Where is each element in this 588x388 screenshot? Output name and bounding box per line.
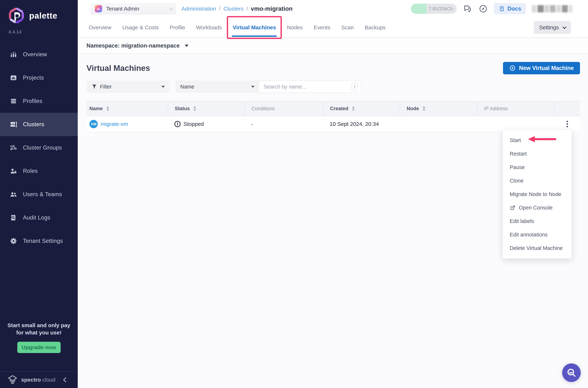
sidebar-item-clusters[interactable]: Clusters [0, 113, 78, 136]
column-label: Node [407, 106, 419, 112]
plus-circle-icon [509, 65, 516, 72]
namespace-bar: Namespace: migration-namespace [78, 38, 588, 54]
column-header-conditions: Conditions [245, 101, 323, 116]
book-icon [499, 6, 505, 12]
explore-compass-icon[interactable] [478, 4, 488, 14]
breadcrumb-separator: / [246, 6, 248, 12]
collapse-sidebar-icon[interactable] [63, 377, 68, 382]
status-text: Stopped [183, 121, 204, 127]
sort-icon[interactable] [193, 106, 197, 111]
tenant-settings-icon [9, 237, 18, 245]
menu-item-edit-labels[interactable]: Edit labels [503, 214, 572, 228]
page-title: Virtual Machines [87, 64, 150, 73]
feedback-chat-icon[interactable] [463, 4, 472, 14]
filter-dropdown[interactable]: Filter [87, 80, 169, 93]
sidebar-item-tenant-settings[interactable]: Tenant Settings [0, 229, 78, 253]
menu-item-pause[interactable]: Pause [503, 161, 572, 174]
clusters-icon [9, 121, 18, 128]
column-label: Status [175, 106, 190, 112]
audit-logs-icon [9, 214, 18, 222]
sidebar-item-label: Tenant Settings [23, 238, 63, 244]
tab-virtual-machines[interactable]: Virtual Machines [233, 24, 276, 31]
namespace-selector[interactable]: Namespace: migration-namespace [87, 43, 180, 49]
sidebar: palette 4.4.14 Overview Projects [0, 0, 78, 388]
profiles-icon [9, 97, 18, 105]
menu-item-open-console[interactable]: Open Console [503, 201, 572, 214]
chevron-down-icon [169, 6, 173, 10]
overview-icon [9, 50, 18, 58]
tab-nodes[interactable]: Nodes [287, 24, 303, 31]
column-header-name[interactable]: Name [87, 101, 168, 116]
sidebar-item-profiles[interactable]: Profiles [0, 89, 78, 113]
sidebar-item-cluster-groups[interactable]: Cluster Groups [0, 136, 78, 159]
main-area: Tenant Admin Administration / Clusters /… [78, 0, 588, 388]
cluster-groups-icon [9, 144, 18, 152]
menu-item-edit-annotations[interactable]: Edit annotations [503, 228, 572, 241]
menu-item-delete-virtual-machine[interactable]: Delete Virtual Machine [503, 241, 572, 255]
tenant-scope-selector[interactable]: Tenant Admin [90, 3, 176, 15]
docs-label: Docs [507, 5, 521, 12]
help-search-button[interactable] [562, 364, 581, 382]
sidebar-nav: Overview Projects Profiles [0, 43, 78, 253]
column-label: IP Address [484, 106, 508, 112]
conditions-value: - [245, 121, 323, 127]
breadcrumb-current: vmo-migration [251, 5, 293, 12]
menu-item-restart[interactable]: Restart [503, 147, 572, 161]
menu-item-migrate-node-to-node[interactable]: Migrate Node to Node [503, 187, 572, 201]
sidebar-item-label: Overview [23, 51, 47, 58]
vm-table: Name Status Conditions Created [87, 101, 580, 132]
search-field-selector[interactable]: Name [176, 80, 259, 93]
settings-button[interactable]: Settings [534, 21, 571, 34]
logo-wordmark: palette [29, 11, 57, 21]
menu-item-clone[interactable]: Clone [503, 174, 572, 187]
sidebar-item-label: Clusters [23, 121, 44, 128]
sidebar-item-overview[interactable]: Overview [0, 43, 78, 66]
column-header-status[interactable]: Status [168, 101, 245, 116]
roles-icon [9, 167, 18, 175]
tab-profile[interactable]: Profile [170, 24, 185, 31]
sidebar-item-audit-logs[interactable]: Audit Logs [0, 206, 78, 229]
caret-down-icon[interactable] [185, 45, 188, 47]
tab-usage-costs[interactable]: Usage & Costs [122, 24, 159, 31]
vm-name-link[interactable]: migrate-vm [101, 121, 128, 127]
sidebar-item-label: Profiles [23, 98, 43, 104]
caret-down-icon [251, 86, 254, 88]
new-vm-label: New Virtual Machine [519, 65, 574, 72]
redacted-user-info [532, 5, 572, 12]
tab-workloads[interactable]: Workloads [196, 24, 222, 31]
sidebar-item-projects[interactable]: Projects [0, 66, 78, 89]
sidebar-item-roles[interactable]: Roles [0, 159, 78, 183]
tab-overview[interactable]: Overview [89, 24, 112, 31]
row-actions-kebab-icon[interactable] [565, 119, 569, 129]
sort-icon[interactable] [422, 106, 426, 111]
search-smile-icon [566, 367, 577, 378]
brand-name: spectro cloud [21, 377, 55, 383]
new-virtual-machine-button[interactable]: New Virtual Machine [503, 62, 580, 74]
search-field-label: Name [180, 84, 194, 90]
search-input[interactable] [264, 84, 352, 90]
docs-button[interactable]: Docs [494, 3, 526, 14]
top-bar: Tenant Admin Administration / Clusters /… [78, 0, 588, 18]
keyboard-shortcut-badge: / [352, 83, 358, 91]
column-header-created[interactable]: Created [323, 101, 400, 116]
sort-icon[interactable] [351, 106, 355, 111]
breadcrumb-separator: / [219, 6, 221, 12]
breadcrumb-clusters[interactable]: Clusters [223, 6, 243, 12]
palette-logo: palette [0, 0, 78, 24]
tenant-label: Tenant Admin [106, 6, 139, 12]
tab-scan[interactable]: Scan [341, 24, 354, 31]
sort-icon[interactable] [106, 106, 110, 111]
column-header-node[interactable]: Node [400, 101, 477, 116]
tenant-icon [95, 5, 102, 12]
tab-backups[interactable]: Backups [365, 24, 385, 31]
sidebar-item-users-teams[interactable]: Users & Teams [0, 183, 78, 206]
funnel-icon [91, 84, 97, 89]
settings-label: Settings [539, 24, 559, 31]
upgrade-now-button[interactable]: Upgrade now [17, 342, 61, 353]
vm-badge: VM [89, 120, 98, 128]
external-link-icon [510, 205, 516, 211]
menu-item-label: Open Console [519, 205, 552, 211]
tab-events[interactable]: Events [314, 24, 330, 31]
column-label: Name [89, 106, 103, 112]
breadcrumb-administration[interactable]: Administration [181, 6, 216, 12]
